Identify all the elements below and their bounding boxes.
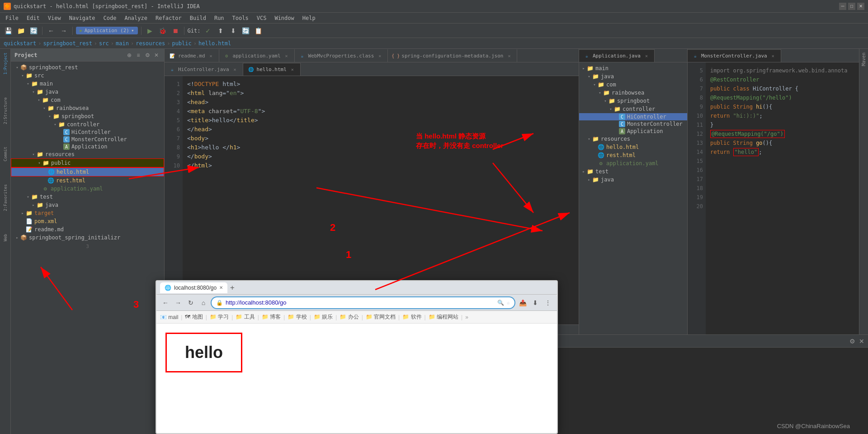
rt-application[interactable]: A Application (579, 128, 687, 135)
close-button[interactable]: ✕ (857, 3, 864, 10)
tree-item-com[interactable]: ▾ 📁 com (11, 96, 164, 104)
menu-analyze[interactable]: Analyze (121, 14, 151, 22)
bookmark-study[interactable]: 📁 学习 (210, 313, 229, 321)
rt-hellohtml[interactable]: 🌐 hello.html (579, 143, 687, 151)
tab-close-hicontroller[interactable]: ✕ (232, 66, 238, 72)
run-config-selector[interactable]: ▶ Application (2) ▾ (76, 27, 138, 34)
rt-monstercontroller[interactable]: C MonsterController (579, 120, 687, 128)
tree-item-appyaml[interactable]: ⚙ application.yaml (11, 185, 164, 193)
menu-navigate[interactable]: Navigate (66, 14, 99, 22)
toolbar-git-update-btn[interactable]: 🔄 (241, 25, 251, 36)
breadcrumb-springboot-rest[interactable]: springboot_rest (43, 40, 92, 47)
rt-rainbowsea[interactable]: ▾ 📁 rainbowsea (579, 89, 687, 97)
breadcrumb-main[interactable]: main (116, 40, 129, 47)
panel-settings-btn[interactable]: ⚙ (143, 51, 151, 59)
browser-share-btn[interactable]: 📤 (517, 297, 528, 308)
bottom-settings-btn[interactable]: ⚙ (849, 338, 855, 345)
tab-hicontroller[interactable]: ☕ HiController.java ✕ (165, 63, 243, 76)
right-file-tree[interactable]: ▸ 📁 main ▾ 📁 java ▾ 📁 com (579, 62, 687, 334)
menu-code[interactable]: Code (100, 14, 120, 22)
menu-vcs[interactable]: VCS (253, 14, 270, 22)
tree-item-application[interactable]: A Application (11, 143, 164, 150)
bookmark-map[interactable]: 🗺 地图 (185, 313, 203, 321)
toolbar-run-btn[interactable]: ▶ (145, 25, 156, 36)
rt-resthtml[interactable]: 🌐 rest.html (579, 151, 687, 159)
rt-hicontroller[interactable]: C HiController (579, 113, 687, 120)
browser-url-input[interactable] (226, 299, 495, 306)
tree-item-pomxml[interactable]: 📄 pom.xml (11, 217, 164, 225)
tree-item-resthtml[interactable]: 🌐 rest.html (11, 176, 164, 185)
breadcrumb-resources[interactable]: resources (136, 40, 165, 47)
tree-item-main[interactable]: ▾ 📁 main (11, 80, 164, 88)
tab-close-yaml[interactable]: ✕ (283, 52, 290, 59)
toolbar-save-btn[interactable]: 💾 (3, 25, 14, 36)
sidebar-item-web[interactable]: Web (2, 232, 9, 243)
browser-forward-btn[interactable]: → (173, 297, 184, 308)
browser-download-btn[interactable]: ⬇ (530, 297, 541, 308)
breadcrumb-src[interactable]: src (99, 40, 109, 47)
bottom-hide-btn[interactable]: ✕ (859, 338, 864, 345)
tree-item-hicontroller[interactable]: C HiController (11, 129, 164, 136)
bookmark-blog[interactable]: 📁 博客 (262, 313, 281, 321)
tab-close-hellohtml[interactable]: ✕ (289, 67, 296, 73)
browser-home-btn[interactable]: ⌂ (198, 297, 209, 308)
tab-close-readme[interactable]: ✕ (208, 52, 214, 59)
tree-item-controller[interactable]: ▾ 📁 controller (11, 120, 164, 129)
sidebar-item-project[interactable]: 1:Project (2, 51, 9, 76)
tab-close-monster[interactable]: ✕ (770, 53, 776, 59)
rt-testjava[interactable]: ▸ 📁 java (579, 176, 687, 184)
tree-item-springboot-rest[interactable]: ▾ 📦 springboot_rest (11, 63, 164, 72)
browser-reload-btn[interactable]: ↻ (185, 297, 196, 308)
menu-build[interactable]: Build (186, 14, 210, 22)
sidebar-item-favorites[interactable]: 2:Favorites (2, 182, 9, 213)
breadcrumb-quickstart[interactable]: quickstart (4, 40, 36, 47)
tree-item-rainbowsea[interactable]: ▾ 📁 rainbowsea (11, 104, 164, 112)
bookmark-school[interactable]: 📁 学校 (288, 313, 307, 321)
sidebar-item-structure[interactable]: 2:Structure (2, 95, 9, 126)
browser-url-bar[interactable]: 🔒 🔍 ☆ (211, 296, 515, 309)
tree-item-spring-init[interactable]: ▸ 📦 springboot_spring_initializr (11, 234, 164, 242)
menu-run[interactable]: Run (211, 14, 228, 22)
tree-item-public[interactable]: ▾ 📁 public (11, 158, 164, 167)
tab-webmvc[interactable]: ☕ WebMvcProperties.class ✕ (295, 49, 388, 62)
menu-tools[interactable]: Tools (229, 14, 252, 22)
panel-collapse-btn[interactable]: ≡ (134, 51, 142, 59)
tree-item-monstercontroller[interactable]: C MonsterController (11, 136, 164, 143)
rt-com[interactable]: ▾ 📁 com (579, 81, 687, 89)
toolbar-stop-btn[interactable]: ⏹ (170, 25, 181, 36)
tree-item-test[interactable]: ▾ 📁 test (11, 193, 164, 201)
tree-item-hellohtml[interactable]: 🌐 hello.html (11, 167, 164, 176)
tab-springconfig[interactable]: { } spring-configuration-metadata.json ✕ (388, 49, 517, 62)
rt-springboot[interactable]: ▾ 📁 springboot (579, 97, 687, 105)
tree-item-target[interactable]: ▸ 📁 target (11, 209, 164, 217)
toolbar-git-check-btn[interactable]: ✓ (203, 25, 213, 36)
bookmark-mail[interactable]: 📧 mail (160, 314, 178, 320)
panel-close-btn[interactable]: ✕ (152, 51, 160, 59)
bookmark-more[interactable]: » (465, 314, 468, 320)
browser-menu-btn[interactable]: ⋮ (542, 297, 553, 308)
tree-item-resources[interactable]: ▾ 📁 resources (11, 150, 164, 158)
tree-item-readmemd[interactable]: 📝 readme.md (11, 225, 164, 234)
bookmark-coding[interactable]: 📁 编程网站 (429, 313, 458, 321)
minimize-button[interactable]: ─ (839, 3, 846, 10)
rt-appyaml[interactable]: ⚙ application.yaml (579, 159, 687, 167)
breadcrumb-file[interactable]: hello.html (198, 40, 231, 47)
rt-controller[interactable]: ▾ 📁 controller (579, 105, 687, 113)
tree-item-java[interactable]: ▾ 📁 java (11, 88, 164, 96)
tab-close-webmvc[interactable]: ✕ (377, 52, 383, 59)
breadcrumb-public[interactable]: public (172, 40, 191, 47)
tab-hellohtml[interactable]: 🌐 hello.html ✕ (243, 63, 301, 76)
tree-item-test-java[interactable]: ▸ 📁 java (11, 201, 164, 209)
tab-yaml[interactable]: ⚙ application.yaml ✕ (219, 49, 295, 62)
menu-view[interactable]: View (44, 14, 65, 22)
toolbar-git-log-btn[interactable]: 📋 (253, 25, 264, 36)
rt-test[interactable]: ▸ 📁 test (579, 167, 687, 176)
tree-item-springboot[interactable]: ▾ 📁 springboot (11, 112, 164, 120)
toolbar-git-push-btn[interactable]: ⬆ (215, 25, 226, 36)
tab-monstercontroller[interactable]: ☕ MonsterController.java ✕ (688, 49, 781, 62)
toolbar-debug-btn[interactable]: 🐞 (157, 25, 168, 36)
menu-refactor[interactable]: Refactor (152, 14, 185, 22)
browser-tab-active[interactable]: 🌐 localhost:8080/go ✕ (160, 282, 227, 293)
toolbar-forward-btn[interactable]: → (58, 25, 69, 36)
tab-close-springconfig[interactable]: ✕ (506, 52, 512, 59)
